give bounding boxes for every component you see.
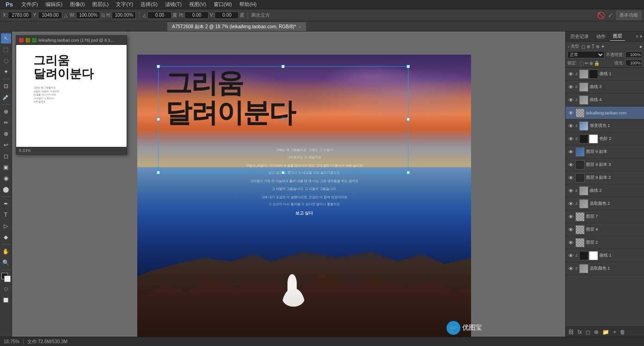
preview-max-btn[interactable] xyxy=(32,38,37,43)
layer-vis-11[interactable]: 👁 xyxy=(567,214,574,220)
layer-vis-13[interactable]: 👁 xyxy=(567,239,574,246)
lock-pixels-icon[interactable]: ✏ xyxy=(585,61,588,66)
layer-vis-14[interactable]: 👁 xyxy=(567,252,574,259)
layer-vis-12[interactable]: 👁 xyxy=(567,226,574,233)
layer-item-11[interactable]: 👁 图层 7 xyxy=(566,210,644,223)
layer-item-4[interactable]: 👁 Z 渐变填充 1 xyxy=(566,120,644,132)
tool-quick-mask[interactable]: ⬡ xyxy=(1,284,11,294)
layer-filter-type[interactable]: T xyxy=(592,44,594,49)
background-color[interactable] xyxy=(4,276,11,282)
layer-new-btn[interactable]: + xyxy=(612,329,617,335)
layer-item-6[interactable]: 👁 图层 9 副本 xyxy=(566,145,644,158)
layer-vis-5[interactable]: 👁 xyxy=(567,136,574,142)
tool-select-rect[interactable]: ⬚ xyxy=(1,44,11,55)
layer-filter-adjust[interactable]: ⊕ xyxy=(587,44,590,49)
layer-item-12[interactable]: 👁 图层 4 xyxy=(566,223,644,236)
panel-tab-history[interactable]: 历史记录 xyxy=(567,32,592,41)
layer-opacity-input[interactable] xyxy=(625,51,642,58)
toolbar-hskew-input[interactable] xyxy=(185,12,209,19)
menu-filter[interactable]: 滤镜(T) xyxy=(162,0,185,8)
layer-group-btn[interactable]: 📁 xyxy=(601,329,610,335)
tool-color-box[interactable] xyxy=(1,273,11,282)
layer-item-1[interactable]: 👁 Z 曲线 3 xyxy=(566,81,644,94)
tool-dodge[interactable]: ⬤ xyxy=(1,184,11,195)
layer-vis-4[interactable]: 👁 xyxy=(567,123,574,129)
preview-min-btn[interactable] xyxy=(26,38,30,43)
layer-filter-smart[interactable]: ✦ xyxy=(601,44,605,49)
layer-link-btn[interactable]: ⛓ xyxy=(567,329,575,335)
tool-quick-select[interactable]: ✦ xyxy=(1,67,11,77)
layer-item-13[interactable]: 👁 图层 2 xyxy=(566,236,644,249)
layer-fx-btn[interactable]: fx xyxy=(577,329,583,335)
tool-healing[interactable]: ⊕ xyxy=(1,107,11,117)
layer-vis-7[interactable]: 👁 xyxy=(567,162,574,168)
tool-type[interactable]: T xyxy=(1,210,11,220)
toolbar-h-input[interactable] xyxy=(112,12,136,19)
menu-layer[interactable]: 图层(L) xyxy=(89,0,111,8)
layer-item-15[interactable]: 👁 Z 选取颜色 1 xyxy=(566,262,644,275)
menu-image[interactable]: 图像(I) xyxy=(67,0,88,8)
menu-file[interactable]: 文件(F) xyxy=(19,0,41,8)
menu-help[interactable]: 帮助(H) xyxy=(236,0,259,8)
tool-crop[interactable]: ⊡ xyxy=(1,81,11,91)
layer-vis-6[interactable]: 👁 xyxy=(567,149,574,155)
tool-blur[interactable]: ◉ xyxy=(1,173,11,183)
tool-brush[interactable]: ✏ xyxy=(1,118,11,128)
tab-close-btn[interactable]: × xyxy=(299,25,301,29)
layer-vis-2[interactable]: 👁 xyxy=(567,97,574,103)
toolbar-y-input[interactable] xyxy=(38,12,62,19)
toolbar-angle-input[interactable] xyxy=(147,12,172,19)
menu-view[interactable]: 视图(V) xyxy=(186,0,209,8)
layer-item-2[interactable]: 👁 Z 曲线 4 xyxy=(566,94,644,107)
layer-item-5[interactable]: 👁 Z 色阶 2 xyxy=(566,132,644,145)
layer-vis-8[interactable]: 👁 xyxy=(567,175,574,181)
toolbar-x-input[interactable] xyxy=(8,12,32,19)
layer-fill-input[interactable] xyxy=(625,60,642,66)
toolbar-confirm-btn[interactable]: ✓ xyxy=(608,12,613,19)
tool-zoom[interactable]: 🔍 xyxy=(1,258,11,268)
menu-type[interactable]: 文字(Y) xyxy=(113,0,136,8)
layer-item-7[interactable]: 👁 图层 9 副本 3 xyxy=(566,158,644,171)
panel-menu-icon[interactable]: ▾ xyxy=(640,34,642,39)
menu-select[interactable]: 选择(S) xyxy=(138,0,160,8)
layer-list[interactable]: 👁 Z 曲线 1 👁 Z 曲线 3 👁 Z xyxy=(566,68,644,327)
layer-vis-0[interactable]: 👁 xyxy=(567,71,574,77)
layer-item-8[interactable]: 👁 图层 9 副本 2 xyxy=(566,171,644,184)
toolbar-vskew-input[interactable] xyxy=(215,12,239,19)
tool-history-brush[interactable]: ↩ xyxy=(1,140,11,150)
layer-vis-15[interactable]: 👁 xyxy=(567,265,574,272)
tool-gradient[interactable]: ▣ xyxy=(1,162,11,172)
menu-window[interactable]: 窗口(W) xyxy=(211,0,235,8)
panel-collapse-icon[interactable]: ≡ xyxy=(636,34,638,39)
tool-move[interactable]: ↖ xyxy=(1,33,11,44)
tool-screen-mode[interactable]: ⬜ xyxy=(1,295,11,305)
layer-item-14[interactable]: 👁 Z 曲线 1 xyxy=(566,249,644,262)
toolbar-cancel-btn[interactable]: 🚫 xyxy=(597,12,605,19)
preview-close-btn[interactable] xyxy=(19,38,24,43)
layer-item-3[interactable]: 👁 leikaifeng.taobao.com xyxy=(566,107,644,120)
panel-tab-actions[interactable]: 动作 xyxy=(593,32,608,41)
layer-item-9[interactable]: 👁 Z 曲线 2 xyxy=(566,184,644,197)
layer-blend-mode[interactable]: 正常 xyxy=(567,51,605,58)
layer-filter-toggle[interactable]: ● xyxy=(639,44,642,49)
lock-all-icon[interactable]: 🔒 xyxy=(594,61,599,66)
layer-vis-10[interactable]: 👁 xyxy=(567,201,574,207)
tool-clone[interactable]: ⊗ xyxy=(1,129,11,139)
tool-eyedropper[interactable]: 💉 xyxy=(1,92,11,102)
toolbar-w-input[interactable] xyxy=(76,12,100,19)
tool-hand[interactable]: ✋ xyxy=(1,246,11,257)
layer-vis-1[interactable]: 👁 xyxy=(567,84,574,90)
layer-item-10[interactable]: 👁 Z 选取颜色 2 xyxy=(566,197,644,210)
menu-edit[interactable]: 编辑(E) xyxy=(43,0,65,8)
tool-pen[interactable]: ✒ xyxy=(1,199,11,209)
layer-adjust-btn[interactable]: ⊕ xyxy=(593,329,599,335)
tool-shape[interactable]: ◆ xyxy=(1,232,11,242)
layer-delete-btn[interactable]: 🗑 xyxy=(619,329,626,335)
active-tab[interactable]: A75T2608 副本 2 @ 18.7% (leikaifeng.taobao… xyxy=(167,22,306,31)
tool-eraser[interactable]: ◻ xyxy=(1,151,11,161)
layer-vis-9[interactable]: 👁 xyxy=(567,188,574,194)
tool-lasso[interactable]: ◌ xyxy=(1,56,11,66)
lock-position-icon[interactable]: ⊕ xyxy=(589,61,593,66)
layer-mask-btn[interactable]: ◻ xyxy=(585,329,591,335)
panel-tab-layers[interactable]: 图层 xyxy=(610,32,625,41)
